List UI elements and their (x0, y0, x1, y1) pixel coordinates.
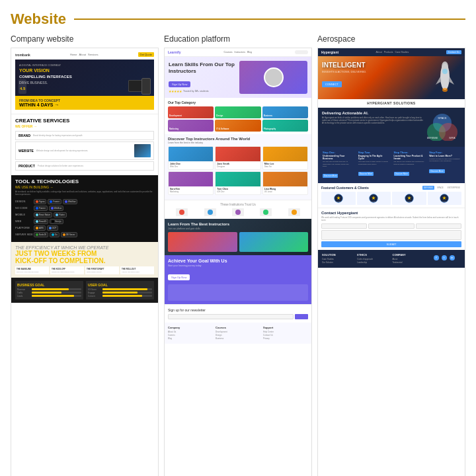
c2-instr-6-info: Lisa Wang UX Lead (263, 186, 307, 194)
c1-tag-webflow2: Webflow (49, 206, 63, 211)
c2-cat-5[interactable]: IT & Software (215, 120, 260, 132)
c3-nav-about: About (376, 51, 382, 54)
c1-timeline-pre: THE EFFICIENCY AT WHICH WE OPERATE (15, 245, 154, 250)
c3-footer-col-2: Ethics Code of approach Leadership (357, 253, 390, 264)
c3-form-message[interactable] (321, 230, 461, 240)
c3-nav-cases: Case Studies (395, 51, 409, 54)
c2-footer-link-7[interactable]: Help Center (263, 331, 308, 333)
c2-cat-4[interactable]: Marketing (168, 120, 214, 132)
c2-achieve-cta[interactable]: Sign Up Now (168, 274, 190, 280)
col-header-3: Aerospace (317, 34, 465, 44)
c3-step-1-btn[interactable]: Discover More (323, 174, 338, 178)
c3-facebook-icon[interactable]: f (434, 255, 439, 260)
c2-instr-3-img (263, 147, 307, 161)
c3-footer-link-6[interactable]: Testimonial (393, 261, 426, 264)
c2-learn-img-right (239, 232, 309, 252)
c3-footer-col-social: f t in (428, 253, 461, 264)
c1-tech-mobile-label: MOBILE (15, 213, 34, 216)
c2-footer-link-2[interactable]: Careers (168, 334, 213, 337)
c2-instructor-grid: John Doe Web Dev Jane Smith Designer (168, 146, 308, 195)
c2-cat-2[interactable]: Design (215, 106, 260, 118)
c2-trust-title: These Institutions Trust Us (168, 203, 308, 206)
c2-instructor-2[interactable]: Jane Smith Designer (215, 146, 260, 170)
c2-instr-1-info: John Doe Web Dev (169, 161, 213, 169)
c2-footer-col-2-title: Courses (216, 326, 260, 329)
c2-hero-cta[interactable]: Sign Up Now (169, 81, 190, 87)
c1-tech-design: DESIGN Figma Framer Webflow (15, 199, 154, 204)
c1-goal-business-title: BUSINESS GOAL (17, 283, 81, 287)
c1-bar-leads-outer (32, 295, 81, 297)
c2-achieve-image (168, 284, 308, 301)
c3-footer-link-2[interactable]: Our Solution (322, 261, 355, 264)
c2-newsletter-form (168, 314, 308, 319)
c2-footer-link-6[interactable]: Business (216, 337, 260, 340)
c3-form-email[interactable] (416, 223, 461, 229)
c2-footer-link-3[interactable]: Blog (168, 337, 213, 340)
c3-form-submit[interactable]: SUBMIT (321, 241, 461, 247)
c3-nav-cta[interactable]: Contact Us (446, 50, 461, 54)
c2-footer-link-8[interactable]: Contact Us (263, 334, 308, 337)
c2-cat-4-label: Marketing (169, 128, 178, 130)
c2-learn-sub: Join our platform and gain skills (168, 227, 308, 230)
c3-footer-link-4[interactable]: Leadership (357, 261, 390, 264)
c1-service-product-desc: Product design solutions for better user… (38, 165, 151, 167)
c3-step-3-title: Launching Your Product & Iterate (394, 155, 425, 160)
c1-service-brand: BRAND Brand identity design for lasting … (15, 131, 154, 140)
c3-footer-link-5[interactable]: About (393, 258, 426, 260)
c2-cat-3[interactable]: Business (262, 106, 308, 118)
svg-text:DEFENSE: DEFENSE (427, 137, 438, 139)
c2-footer-link-4[interactable]: Development (216, 331, 260, 333)
c2-instructor-5[interactable]: Tom Chen iOS Dev (215, 171, 260, 195)
c2-search-bar[interactable] (295, 50, 308, 54)
c1-timeline-steps: THE BASELINE Discovery and planning phas… (15, 266, 154, 274)
c3-ai-desc: At Hypergiant we think of similar proble… (322, 116, 424, 125)
c1-timeline: THE EFFICIENCY AT WHICH WE OPERATE JUST … (11, 242, 158, 278)
c3-footer-link-1[interactable]: Case Studies (322, 258, 355, 260)
c2-instructor-6[interactable]: Lisa Wang UX Lead (262, 171, 308, 195)
c3-tab-space[interactable]: SPACE (436, 186, 445, 190)
c3-tab-defense[interactable]: DEFENSE (422, 186, 434, 190)
c1-step-1-title: THE BASELINE (17, 268, 48, 270)
c2-cat-1[interactable]: Development (168, 106, 214, 118)
c2-instructor-4[interactable]: Sara Kim Marketing (168, 171, 214, 195)
c1-nav-cta[interactable]: Get Quote (138, 52, 154, 57)
c3-hero-cta[interactable]: CONNECT (322, 81, 342, 87)
c1-step-3-title: THE FIRST DRAFT (87, 268, 118, 270)
c1-services: CREATIVE SERVICES WE OFFER → BRAND Brand… (11, 114, 158, 175)
c2-instructor-3[interactable]: Mike Lee Data Sci (262, 146, 308, 170)
c3-step-1: Step One: Understanding Your Business We… (321, 149, 355, 180)
c2-achieve-sub: Start your learning journey today (168, 264, 308, 267)
c2-newsletter-submit[interactable] (295, 314, 308, 319)
c3-ai-text: Delivering Actionable AI. At Hypergiant … (322, 111, 424, 143)
c2-discover-sub: Learn from the best in the industry (168, 141, 308, 144)
c1-timeline-from: FROM (77, 250, 97, 257)
c1-bar-convert: Convert (88, 295, 152, 298)
c1-tech-platform-tags: AWS GCP (34, 225, 58, 231)
c3-step-3-btn[interactable]: Discover More (394, 172, 409, 176)
c3-step-2-btn[interactable]: Discover More (358, 172, 374, 176)
c3-form-fullname[interactable] (321, 223, 367, 229)
page-title: Website (11, 11, 66, 28)
c2-instr-2-img (216, 147, 260, 161)
c3-footer-link-3[interactable]: Code of approach (357, 258, 390, 260)
c1-goal-user-bars: UX Score Engage Convert (88, 288, 152, 298)
c3-tab-enterprise[interactable]: ENTERPRISE (446, 186, 461, 190)
company-website-card: trombank Home About Services Get Quote A… (11, 48, 159, 476)
c2-footer-link-5[interactable]: Design (216, 334, 260, 337)
c3-twitter-icon[interactable]: t (442, 255, 447, 260)
col-header-2: Education platform (164, 34, 312, 44)
c1-service-brand-label: BRAND (19, 134, 30, 138)
c1-tag-figma: Figma (34, 199, 46, 204)
c1-tools: TOOL & TECHNOLOGIES WE USE IN BUILDING →… (11, 175, 158, 242)
c2-instr-4-info: Sara Kim Marketing (169, 186, 213, 194)
c2-footer-link-1[interactable]: About Us (168, 331, 213, 333)
c2-cat-6[interactable]: Photography (262, 120, 308, 132)
c2-newsletter-input[interactable] (168, 314, 294, 319)
c3-navbar: Hypergiant About Products Case Studies C… (318, 48, 465, 56)
c2-learn: Learn From The Best Instructors Join our… (165, 219, 311, 255)
c3-step-4-btn[interactable]: Discover More (429, 169, 444, 173)
c2-footer-link-9[interactable]: Privacy (263, 337, 308, 340)
c3-linkedin-icon[interactable]: in (450, 255, 455, 260)
c2-instructor-1[interactable]: John Doe Web Dev (168, 146, 214, 170)
c3-form-organization[interactable] (368, 223, 414, 229)
